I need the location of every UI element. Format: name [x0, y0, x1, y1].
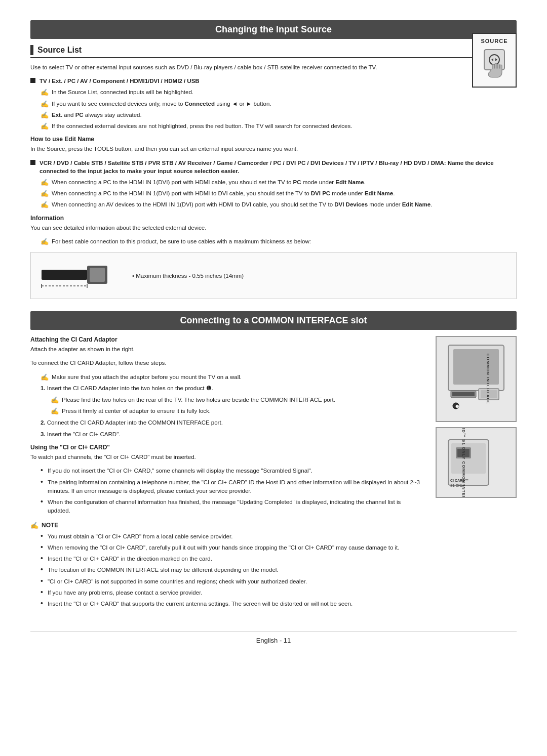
bullet-text-2: If you want to see connected devices onl… [52, 100, 271, 108]
thickness-text: • Maximum thickness - 0.55 inches (14mm) [132, 272, 244, 279]
note-bullets: • You must obtain a "CI or CI+ CARD" fro… [41, 532, 517, 609]
hand-bullet-3: ✍ Ext. and PC always stay activated. [41, 111, 517, 119]
ci-diagram-svg-2: CI CARD™ S1 ONLY [443, 432, 509, 493]
source-list-section: Source List SOURCE Use to select TV or o… [30, 45, 517, 299]
using-bullet-text-2: The pairing information containing a tel… [48, 478, 423, 496]
cable-note-bullet: ✍ For best cable connection to this prod… [41, 237, 517, 246]
step1-sub-text-2: Press it firmly at center of adapter to … [62, 407, 211, 415]
step-3-text: Insert the "CI or CI+ CARD". [47, 431, 121, 437]
source-label: SOURCE [479, 38, 510, 44]
ci-diagram-svg-1: ❶ [443, 340, 509, 418]
bullet-text-4: If the connected external devices are no… [52, 122, 352, 131]
ci-images: ❶ COMMON INTERFACE CI CARD™ S1 ONLY CI C… [436, 336, 517, 503]
subsection-bar [30, 45, 33, 55]
note-bullet-3: • Insert the "CI or CI+ CARD" in the dir… [41, 555, 517, 563]
hand-icon-2: ✍ [41, 100, 49, 108]
using-bullet-text-3: When the configuration of channel inform… [48, 498, 423, 516]
note-dot-3: • [41, 554, 48, 562]
note-bullet-1: • You must obtain a "CI or CI+ CARD" fro… [41, 532, 517, 541]
svg-rect-9 [453, 349, 499, 385]
vcr-black-square [30, 160, 35, 165]
using-bullet-text-1: If you do not insert the "CI or CI+ CARD… [48, 467, 312, 475]
note-bullet-2: • When removing the "CI or CI+ CARD", ca… [41, 543, 517, 552]
source-button-box: SOURCE [472, 33, 517, 88]
note-text-6: If you have any problems, please contact… [48, 589, 203, 597]
note-dot-6: • [41, 588, 48, 596]
make-sure-text: Make sure that you attach the adaptor be… [52, 373, 242, 382]
source-sub-bullets: ✍ In the Source List, connected inputs w… [30, 88, 517, 131]
source-icon [479, 47, 510, 82]
source-intro-text: Use to select TV or other external input… [30, 63, 517, 72]
thickness-diagram: • Maximum thickness - 0.55 inches (14mm) [30, 252, 517, 299]
note-text-4: The location of the COMMON INTERFACE slo… [48, 566, 279, 574]
info-heading: Information [30, 215, 517, 222]
using-bullet-2: • The pairing information containing a t… [41, 478, 423, 496]
using-bullet-3: • When the configuration of channel info… [41, 498, 423, 516]
note-text-1: You must obtain a "CI or CI+ CARD" from … [48, 532, 232, 541]
info-text: You can see detailed information about t… [30, 224, 517, 232]
note-header: ✍ NOTE [30, 522, 517, 529]
bullet-dot-2: • [41, 478, 48, 486]
step1-sub-hand-2: ✍ [51, 407, 59, 415]
make-sure-bullet: ✍ Make sure that you attach the adaptor … [41, 373, 423, 382]
source-button-area: SOURCE [472, 33, 517, 88]
vcr-text: VCR / DVD / Cable STB / Satellite STB / … [40, 159, 517, 175]
hand-bullet-1: ✍ In the Source List, connected inputs w… [41, 88, 517, 97]
using-bullet-1: • If you do not insert the "CI or CI+ CA… [41, 467, 423, 475]
hand-icon-1: ✍ [41, 89, 49, 96]
black-square-icon [30, 78, 35, 83]
hand-icon-3: ✍ [41, 111, 49, 119]
bullet-dot-1: • [41, 466, 48, 474]
cable-note-text: For best cable connection to this produc… [52, 237, 311, 246]
note-text-2: When removing the "CI or CI+ CARD", care… [48, 543, 400, 552]
note-bullet-6: • If you have any problems, please conta… [41, 589, 517, 597]
edit-text-1: When connecting a PC to the HDMI IN 1(DV… [52, 178, 366, 187]
note-text-5: "CI or CI+ CARD" is not supported in som… [48, 577, 307, 586]
cable-hand-icon: ✍ [41, 238, 49, 245]
note-dot-7: • [41, 599, 48, 607]
edit-hand-3: ✍ [41, 201, 49, 208]
ci-label-2: CI CARD™ S1 ONLY COMMON INTERFACE [461, 427, 466, 498]
svg-rect-2 [42, 270, 87, 280]
step-3-num: 3. [41, 431, 46, 437]
note-dot-2: • [41, 543, 48, 551]
note-bold-text: NOTE [42, 522, 58, 529]
note-bullet-5: • "CI or CI+ CARD" is not supported in s… [41, 577, 517, 586]
edit-bullets: ✍ When connecting a PC to the HDMI IN 1(… [30, 178, 517, 209]
footer-text: English - 11 [256, 637, 291, 644]
edit-hand-2: ✍ [41, 190, 49, 197]
make-sure-hand: ✍ [41, 373, 49, 381]
note-hand-icon: ✍ [30, 522, 38, 529]
note-text-3: Insert the "CI or CI+ CARD" in the direc… [48, 555, 212, 563]
bullet-text-1: In the Source List, connected inputs wil… [52, 88, 193, 97]
edit-hand-1: ✍ [41, 179, 49, 186]
step-1-num: 1. [41, 385, 46, 391]
vcr-bullet: VCR / DVD / Cable STB / Satellite STB / … [30, 159, 517, 175]
edit-bullet-3: ✍ When connecting an AV devices to the H… [41, 200, 517, 209]
note-dot-4: • [41, 565, 48, 573]
svg-rect-11 [452, 392, 475, 396]
step1-sub-1: ✍ Please find the two holes on the rear … [51, 396, 423, 404]
step1-sub-2: ✍ Press it firmly at center of adapter t… [51, 407, 423, 415]
svg-text:❶: ❶ [455, 404, 459, 409]
step-1-text: Insert the CI CARD Adapter into the two … [47, 385, 213, 391]
hand-bullet-2: ✍ If you want to see connected devices o… [41, 100, 517, 108]
how-to-intro: In the Source, press the TOOLS button, a… [30, 145, 517, 153]
note-bullet-4: • The location of the COMMON INTERFACE s… [41, 566, 517, 574]
page-footer: English - 11 [30, 631, 517, 644]
ci-label-1: COMMON INTERFACE [486, 354, 490, 405]
cable-svg [39, 260, 115, 290]
tv-ext-bullet: TV / Ext. / PC / AV / Component / HDMI1/… [30, 77, 462, 85]
section-header-2: Connecting to a COMMON INTERFACE slot [30, 311, 517, 330]
note-bullet-7: • Insert the "CI or CI+ CARD" that suppo… [41, 600, 517, 608]
edit-bullet-2: ✍ When connecting a PC to the HDMI IN 1(… [41, 189, 517, 198]
how-to-heading: How to use Edit Name [30, 136, 517, 143]
step1-sub-text-1: Please find the two holes on the rear of… [62, 396, 335, 404]
edit-text-2: When connecting a PC to the HDMI IN 1(DV… [52, 189, 395, 198]
hand-bullet-4: ✍ If the connected external devices are … [41, 122, 517, 131]
ci-section: ❶ COMMON INTERFACE CI CARD™ S1 ONLY CI C… [30, 336, 517, 611]
note-text-7: Insert the "CI or CI+ CARD" that support… [48, 600, 353, 608]
hand-icon-4: ✍ [41, 122, 49, 130]
step-2-text: Connect the CI CARD Adapter into the COM… [47, 419, 223, 426]
cable-diagram [39, 260, 120, 291]
